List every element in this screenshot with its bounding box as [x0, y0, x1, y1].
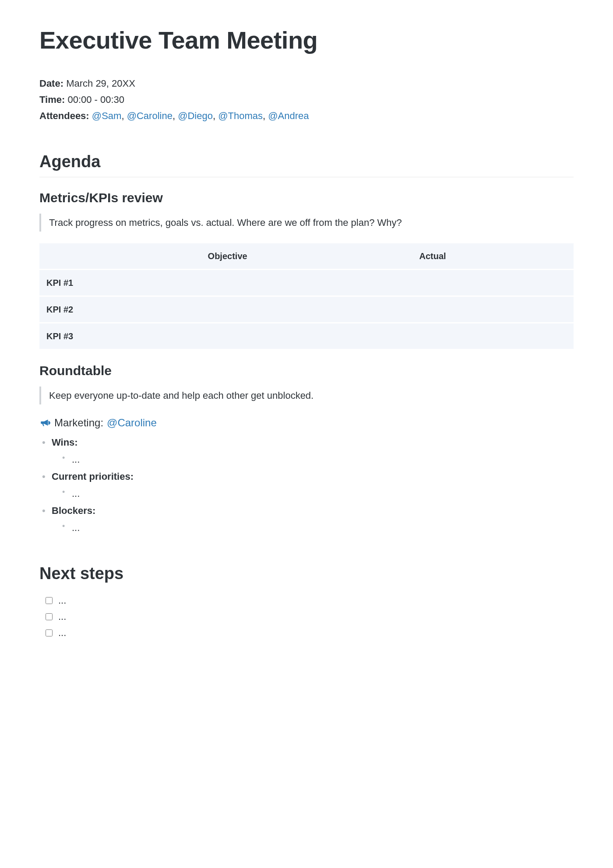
next-steps-heading: Next steps	[39, 561, 574, 589]
checklist-checkbox[interactable]	[46, 629, 53, 636]
list-item-label: Current priorities:	[52, 471, 134, 482]
list-item: ...	[72, 520, 574, 535]
checklist-item: ...	[44, 593, 574, 608]
checklist-item-text: ...	[58, 626, 66, 640]
kpi-row-label: KPI #3	[39, 323, 201, 349]
table-header-cell	[39, 243, 201, 269]
attendee-mention[interactable]: @Sam	[92, 110, 122, 121]
kpi-objective-cell[interactable]	[201, 323, 412, 349]
meta-date-value: March 29, 20XX	[66, 78, 135, 89]
table-row: KPI #2	[39, 297, 574, 322]
kpi-actual-cell[interactable]	[412, 323, 574, 349]
list-item: Current priorities: ...	[52, 469, 574, 501]
sub-list: ...	[52, 520, 574, 535]
sub-list: ...	[52, 486, 574, 501]
list-item: Blockers: ...	[52, 503, 574, 535]
attendee-mention[interactable]: @Andrea	[268, 110, 309, 121]
agenda-heading: Agenda	[39, 149, 574, 177]
checklist-item: ...	[44, 626, 574, 640]
table-header-row: Objective Actual	[39, 243, 574, 269]
kpi-actual-cell[interactable]	[412, 297, 574, 322]
roundtable-dept-label: Marketing:	[54, 415, 103, 431]
separator: ,	[213, 110, 218, 121]
list-item-label: Wins:	[52, 437, 78, 448]
separator: ,	[263, 110, 268, 121]
meta-date: Date: March 29, 20XX	[39, 76, 574, 91]
list-item: ...	[72, 452, 574, 467]
megaphone-icon	[39, 417, 51, 429]
separator: ,	[121, 110, 127, 121]
checklist-checkbox[interactable]	[46, 613, 53, 620]
meta-attendees-label: Attendees:	[39, 110, 89, 121]
roundtable-section-heading: Marketing: @Caroline	[39, 415, 574, 431]
roundtable-list: Wins: ... Current priorities: ... Blocke…	[39, 435, 574, 535]
roundtable-callout: Keep everyone up-to-date and help each o…	[39, 387, 574, 404]
roundtable-heading: Roundtable	[39, 361, 574, 380]
checklist-item-text: ...	[58, 593, 66, 608]
attendee-mention[interactable]: @Caroline	[127, 110, 173, 121]
meta-time-value: 00:00 - 00:30	[67, 94, 124, 105]
kpi-row-label: KPI #1	[39, 270, 201, 295]
table-row: KPI #3	[39, 323, 574, 349]
attendee-mention[interactable]: @Diego	[178, 110, 213, 121]
roundtable-owner-mention[interactable]: @Caroline	[107, 415, 157, 431]
kpi-objective-cell[interactable]	[201, 297, 412, 322]
list-item: ...	[72, 486, 574, 501]
checklist-item-text: ...	[58, 609, 66, 624]
separator: ,	[173, 110, 178, 121]
metrics-heading: Metrics/KPIs review	[39, 188, 574, 207]
checklist-item: ...	[44, 609, 574, 624]
attendee-mention[interactable]: @Thomas	[218, 110, 263, 121]
meta-attendees: Attendees: @Sam, @Caroline, @Diego, @Tho…	[39, 109, 574, 123]
kpi-row-label: KPI #2	[39, 297, 201, 322]
checklist-checkbox[interactable]	[46, 597, 53, 604]
table-row: KPI #1	[39, 270, 574, 295]
next-steps-list: ... ... ...	[39, 593, 574, 640]
meta-date-label: Date:	[39, 78, 63, 89]
meta-time-label: Time:	[39, 94, 65, 105]
sub-list: ...	[52, 452, 574, 467]
kpi-actual-cell[interactable]	[412, 270, 574, 295]
page-title: Executive Team Meeting	[39, 22, 574, 59]
table-header-cell: Objective	[201, 243, 412, 269]
list-item-label: Blockers:	[52, 505, 95, 516]
list-item: Wins: ...	[52, 435, 574, 467]
kpi-objective-cell[interactable]	[201, 270, 412, 295]
kpi-table: Objective Actual KPI #1 KPI #2 KPI #3	[39, 242, 574, 350]
meta-time: Time: 00:00 - 00:30	[39, 92, 574, 107]
table-header-cell: Actual	[412, 243, 574, 269]
metrics-callout: Track progress on metrics, goals vs. act…	[39, 214, 574, 232]
